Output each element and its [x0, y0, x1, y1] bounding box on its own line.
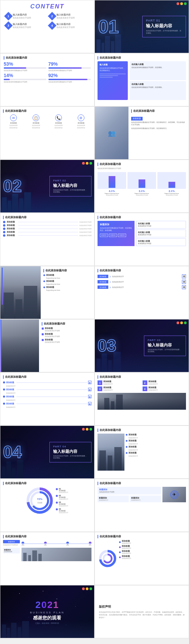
list-item-11-2: 添加标题 [43, 280, 91, 282]
process-item-4: 添加标题 在此处添加文字说明 [3, 231, 91, 233]
slide-9-process: 在此添加标题内容 添加标题 在此处添加文字说明 添加标题 在此处添加文字说明 添… [0, 213, 95, 266]
photoicon-card-2: 标题添加 在此处添加文字 [98, 496, 129, 502]
highlight-btn-3[interactable]: 标题添加 [118, 234, 126, 237]
process-label-4: 添加标题 [7, 231, 17, 233]
end-subtitle: BUSINESS PLAN [30, 611, 65, 614]
arrow-icon-2: › [110, 280, 111, 284]
grid-step-2: 2 添加标题 在此处添加文字 [143, 380, 186, 385]
photoicon-photo: ✈ [162, 487, 186, 502]
part04-dots [82, 428, 92, 431]
slide-end: 2021 BUSINESS PLAN 感谢您的观看 汇报人：姓名 时间：20XX… [0, 585, 95, 638]
dot-red-3 [177, 321, 179, 324]
dot-yellow-end [86, 587, 88, 590]
stat-bar-fill-1 [4, 67, 26, 69]
icon-item-4: ⚙ 添加标题 在此添加说明 添加说明内容 [70, 114, 91, 129]
icon-label-2: 添加标题 [33, 122, 39, 124]
highlight-btn-1[interactable]: 标题添加 [100, 234, 108, 237]
stat-percent-2: 14% [4, 73, 46, 78]
photolist-item-3: 添加标题 [126, 446, 186, 448]
content-item-4-sub: 在此处添加文字说明 [56, 26, 75, 29]
slide-2-part01: 01 PART 01 输入标题内容 在此处添加文字说明，文字内容需简明扼要，语言… [95, 0, 189, 53]
process-line-3 [18, 229, 78, 229]
part02-label: PART 02 [53, 179, 88, 182]
circles-content: 72% 完成度 01 添加标题 在此处添加文字 02 [3, 487, 91, 514]
slide-10-highlight: 在此添加标题内容 标题添加 在此处添加对应数据的文字说明，语言精练简洁，条理清晰… [95, 213, 189, 266]
slide-13-building2: 在此添加标题内容 添加标题 在此处添加文字说明 添加标题 在此处添加文字说明 [0, 319, 95, 372]
slide-18-photolist: 在此添加标题内容 添加标题 在此处添加文字 添加标题 在此处添加文字 [95, 426, 189, 479]
content-title: CONTENT [3, 3, 91, 10]
highlight-right-2: 在此输入标题 添加说明文字内容 [136, 230, 186, 237]
slide-14-part03: 03 PART 03 输入标题内容 在此处添加文字说明，文字内容需简明扼要，语言… [95, 319, 189, 372]
copyright-title: 版权声明 [99, 605, 185, 609]
dot-green-end [89, 587, 92, 590]
slide-18-header: 在此添加标题内容 [98, 429, 186, 432]
slide-11-building: 在此添加标题内容 添加标题 Supportting text here 添加标题… [0, 266, 95, 319]
stat-row-4: 92% 在此处添加对应数据的文字说明 [48, 73, 91, 83]
content-item-3-sub: 在此处添加文字说明 [13, 26, 31, 29]
part04-title: 输入标题内容 [53, 449, 88, 454]
part03-number: 03 [98, 337, 116, 354]
icon-grid-5: ✉ 添加标题 在此添加说明 添加说明内容 📋 添加标题 在此添加说明 添加说明内… [3, 114, 91, 129]
part02-box: PART 02 输入标题内容 在此处添加文字说明，文字内容需简明扼要，语言精练。 [49, 176, 91, 197]
slide-16-gridsteps: 在此添加标题内容 1 添加标题 在此处添加文字 2 添加标题 在此处添加文字 3 [95, 372, 189, 426]
slide-16-photo [98, 393, 186, 410]
photolist-item-2: 添加标题 [126, 440, 186, 442]
arrow-icon-box-1: ▤ [182, 274, 186, 278]
icon-sublabel-1b: 添加说明内容 [9, 127, 17, 129]
slide-11-content: 在此添加标题内容 添加标题 Supportting text here 添加标题… [41, 266, 94, 319]
slide-17-part04-left: 04 PART 04 输入标题内容 在此处添加文字说明，文字内容需简明扼要，语言… [0, 426, 95, 479]
stat-bar-fill-4 [48, 79, 87, 80]
dot-red-4 [82, 428, 85, 431]
highlight-btn-2[interactable]: 标题添加 [109, 234, 117, 237]
arrow-item-2: 添加标题 › 在此处添加文字 ▤ [98, 280, 186, 284]
highlight-desc: 在此处添加对应数据的文字说明，语言精练简洁，条理清晰。 [100, 227, 132, 232]
slide-6-phototext: 👥 在此添加标题内容 标签标题 在此处添加对应数据的文字说明，语言精练简洁，条理… [95, 106, 189, 160]
buildingiconlist-content: 添加标题 在此处添加文字 添加标题 在此处添加文字 添加标题 在此处添加文字 [98, 540, 186, 577]
slide-19-circles: 在此添加标题内容 72% 完成度 [0, 479, 95, 532]
timeline-content: 标题添加 在此处添加文字说明内容 标题添加 在此添加说明 2018 [3, 540, 91, 561]
dot-green-4 [89, 428, 92, 431]
process-dot-4 [3, 231, 5, 233]
process-sub-2: 在此处添加文字说明 [79, 225, 91, 226]
grid-step-4: 4 添加标题 在此处添加文字 [143, 386, 186, 391]
icon-label-3: 添加标题 [55, 122, 62, 124]
slide-13-content: 在此添加标题内容 添加标题 在此处添加文字说明 添加标题 在此处添加文字说明 [39, 319, 94, 372]
slide-22-buildingiconlist: 在此添加标题内容 添加标题 在此处添加文字 [95, 532, 189, 585]
list-item-13-3: 添加标题 在此处添加文字说明 [42, 339, 91, 343]
part02-dots [82, 162, 92, 165]
part02-desc: 在此处添加文字说明，文字内容需简明扼要，语言精练。 [53, 189, 88, 194]
support-bar-1 [109, 176, 115, 188]
highlight-tag: 标题添加 [100, 223, 132, 226]
buildingiconlist-item-2: 添加标题 在此处添加文字 [119, 545, 186, 549]
icon-item-1: ✉ 添加标题 在此添加说明 添加说明内容 [3, 114, 24, 129]
content-num-1: 1 [4, 12, 12, 20]
timeline-main: 2018 2019 2020 2021 [22, 540, 91, 561]
process-item-3: 添加标题 在此处添加文字说明 [3, 228, 91, 230]
arrow-proc2-icon-2: ▣ [88, 388, 91, 391]
dot-red-2 [82, 162, 85, 165]
info-card-1: 在此输入标题 在此处添加对应数据文字说明，语言精练。 [130, 61, 186, 80]
process-label-5: 添加标题 [7, 234, 17, 237]
process-sub-1: 在此处添加文字说明 [79, 221, 91, 223]
dot-red-end [82, 587, 85, 590]
process-dot-1 [3, 221, 5, 223]
circle-item-2: 02 添加标题 在此处添加文字 [56, 495, 68, 500]
stat-row-3: 79% 在此处添加对应数据的文字说明 [48, 61, 91, 71]
process-item-2: 添加标题 在此处添加文字说明 [3, 224, 91, 227]
part02-title: 输入标题内容 [53, 183, 88, 189]
stat-percent-3: 79% [48, 61, 91, 67]
slide-6-tag: 标签标题 [131, 117, 143, 121]
process-sub-5: 在此处添加文字说明 [79, 235, 91, 236]
end-dots [82, 587, 92, 590]
timeline-tag: 标题添加 [3, 540, 20, 543]
highlight-right-3: 在此输入标题 添加说明文字内容 [136, 238, 186, 246]
part02-number: 02 [3, 178, 22, 195]
slide-10-header: 在此添加标题内容 [98, 216, 186, 219]
blue-card-text: 在此处添加对应数据的文字说明，语言精练简洁。 [100, 67, 126, 72]
slide-11-deco-bar [2, 268, 3, 305]
part03-desc: 在此处添加文字说明，文字内容需简明扼要，语言精练。 [148, 349, 182, 353]
part04-number: 04 [3, 444, 22, 461]
arrow-proc2-item-4: 添加标题 ▣ [3, 402, 91, 405]
arrow-proc2-item-3: 添加标题 ▣ [3, 395, 91, 398]
end-meta: 汇报人：姓名 时间：20XX年X月 [30, 622, 65, 624]
